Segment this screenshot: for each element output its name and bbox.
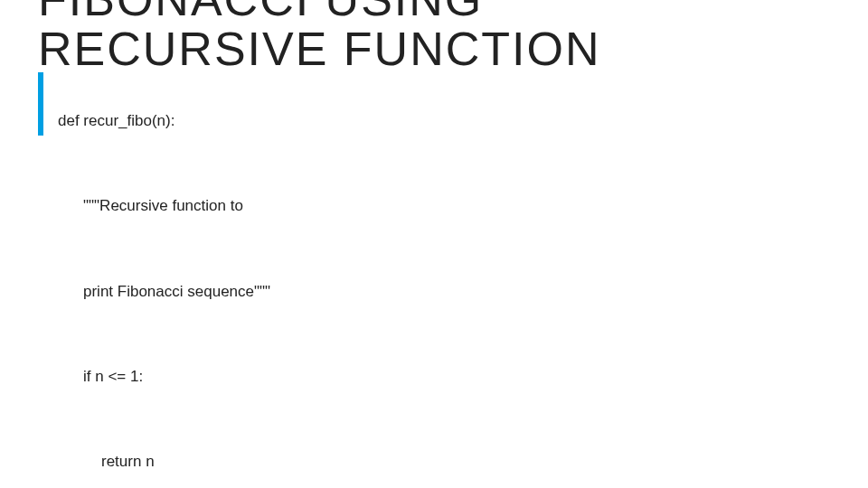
code-line: print Fibonacci sequence""" [58,277,371,305]
accent-bar [38,72,43,136]
code-line: """Recursive function to [58,192,371,220]
code-block: def recur_fibo(n): """Recursive function… [58,50,371,488]
code-line: def recur_fibo(n): [58,107,371,135]
title-line-1: FIBONACCI USING [38,0,600,24]
code-line: if n <= 1: [58,362,371,390]
code-line: return n [58,447,371,475]
